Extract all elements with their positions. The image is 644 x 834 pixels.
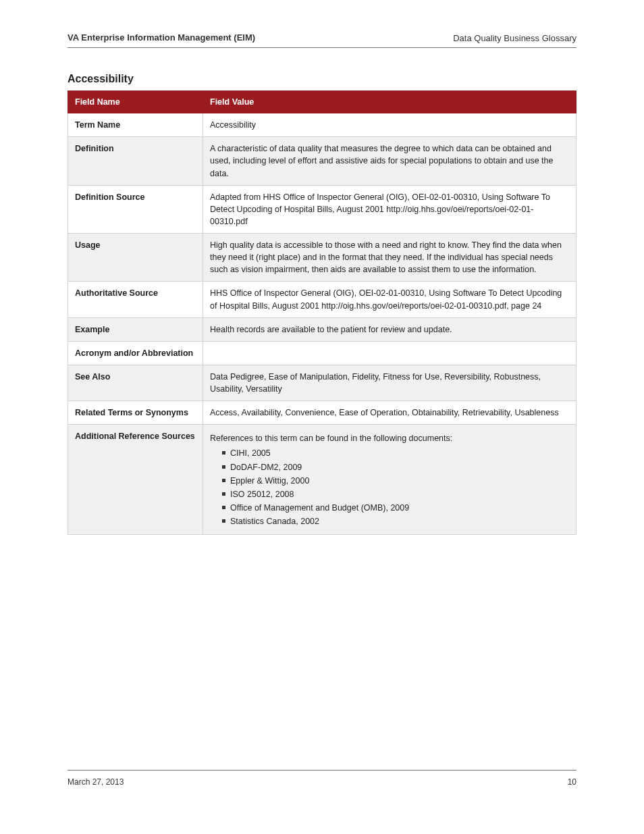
field-name-cell: Additional Reference Sources <box>68 425 203 535</box>
field-value-cell: Adapted from HHS Office of Inspector Gen… <box>203 185 576 233</box>
table-body: Term NameAccessibilityDefinitionA charac… <box>68 113 576 535</box>
field-value-cell: High quality data is accessible to those… <box>203 234 576 282</box>
table-row: UsageHigh quality data is accessible to … <box>68 234 576 282</box>
table-row: See AlsoData Pedigree, Ease of Manipulat… <box>68 365 576 400</box>
value-intro-text: References to this term can be found in … <box>210 432 569 444</box>
field-name-cell: Term Name <box>68 113 203 137</box>
col-header-value: Field Value <box>203 91 576 113</box>
section-title: Accessibility <box>68 73 134 85</box>
value-bullet-item: Statistics Canada, 2002 <box>222 515 569 527</box>
table-row: Acronym and/or Abbreviation <box>68 341 576 365</box>
field-name-cell: Acronym and/or Abbreviation <box>68 341 203 365</box>
table-row: ExampleHealth records are available to t… <box>68 317 576 341</box>
value-bullet-list: CIHI, 2005DoDAF-DM2, 2009Eppler & Wittig… <box>210 447 569 527</box>
field-name-cell: See Also <box>68 365 203 400</box>
table-header-row: Field Name Field Value <box>68 91 576 113</box>
value-bullet-item: ISO 25012, 2008 <box>222 488 569 500</box>
field-value-cell: References to this term can be found in … <box>203 425 576 535</box>
field-value-cell: Access, Availability, Convenience, Ease … <box>203 401 576 425</box>
value-bullet-item: DoDAF-DM2, 2009 <box>222 461 569 473</box>
field-value-cell: A characteristic of data quality that me… <box>203 137 576 185</box>
glossary-table-wrap: Field Name Field Value Term NameAccessib… <box>68 90 576 535</box>
footer-date: March 27, 2013 <box>68 777 124 787</box>
field-value-cell: Health records are available to the pati… <box>203 317 576 341</box>
field-value-cell: Accessibility <box>203 113 576 137</box>
header-right: Data Quality Business Glossary <box>453 33 576 43</box>
glossary-table: Field Name Field Value Term NameAccessib… <box>68 90 576 535</box>
field-value-cell: Data Pedigree, Ease of Manipulation, Fid… <box>203 365 576 400</box>
table-row: Related Terms or SynonymsAccess, Availab… <box>68 401 576 425</box>
value-bullet-item: Office of Management and Budget (OMB), 2… <box>222 502 569 514</box>
table-row: DefinitionA characteristic of data quali… <box>68 137 576 185</box>
field-name-cell: Definition <box>68 137 203 185</box>
table-row: Additional Reference SourcesReferences t… <box>68 425 576 535</box>
page: VA Enterprise Information Management (EI… <box>0 0 644 834</box>
page-header: VA Enterprise Information Management (EI… <box>68 31 576 48</box>
field-value-cell <box>203 341 576 365</box>
field-name-cell: Authoritative Source <box>68 282 203 317</box>
field-name-cell: Related Terms or Synonyms <box>68 401 203 425</box>
table-row: Authoritative SourceHHS Office of Inspec… <box>68 282 576 317</box>
table-row: Definition SourceAdapted from HHS Office… <box>68 185 576 233</box>
footer-rule <box>68 770 576 771</box>
field-name-cell: Example <box>68 317 203 341</box>
header-left: VA Enterprise Information Management (EI… <box>68 32 255 43</box>
value-bullet-item: Eppler & Wittig, 2000 <box>222 475 569 487</box>
field-name-cell: Usage <box>68 234 203 282</box>
page-footer: March 27, 2013 10 <box>68 777 576 787</box>
table-row: Term NameAccessibility <box>68 113 576 137</box>
footer-page-number: 10 <box>568 777 576 787</box>
field-name-cell: Definition Source <box>68 185 203 233</box>
value-bullet-item: CIHI, 2005 <box>222 447 569 459</box>
col-header-field: Field Name <box>68 91 203 113</box>
field-value-cell: HHS Office of Inspector General (OIG), O… <box>203 282 576 317</box>
